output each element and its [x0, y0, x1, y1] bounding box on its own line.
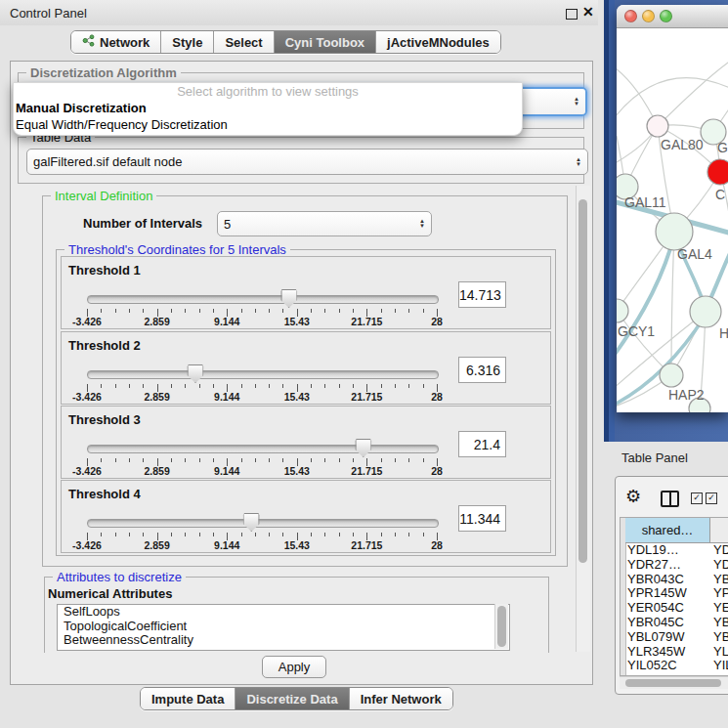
threshold-value-field[interactable]: 6.316 [458, 357, 506, 383]
checkbox-icon[interactable]: ✓ [691, 492, 703, 504]
table-cell[interactable]: YPR1 [713, 586, 728, 601]
tab-jactivemnodules[interactable]: jActiveMNodules [375, 31, 500, 53]
table-cell[interactable]: YBR043C [627, 573, 684, 587]
panel-vertical-scrollbar[interactable] [576, 186, 590, 652]
table-cell[interactable]: YLR3 [713, 645, 728, 660]
threshold-slider-4[interactable] [87, 513, 437, 533]
threshold-slider-3[interactable] [87, 439, 437, 458]
table-horizontal-scrollbar[interactable] [620, 676, 728, 689]
float-window-icon[interactable] [566, 9, 578, 20]
table-row[interactable]: YLR345WYLR3 [621, 645, 728, 660]
numerical-attributes-label: Numerical Attributes [48, 586, 172, 601]
table-row[interactable]: YBR043CYBR0 [621, 573, 728, 587]
network-edge[interactable] [671, 232, 674, 375]
threshold-value-field[interactable]: 11.344 [458, 505, 506, 532]
column-header-1[interactable]: shared… [625, 518, 710, 543]
network-edge[interactable] [658, 60, 728, 126]
table-cell[interactable]: YPR145W [627, 586, 687, 601]
table-cell[interactable]: YBR0 [713, 616, 728, 630]
apply-button[interactable]: Apply [262, 656, 326, 678]
slider-thumb[interactable] [355, 439, 371, 457]
table-row[interactable]: YBR045CYBR0 [621, 616, 728, 630]
tab-impute-data[interactable]: Impute Data [141, 688, 235, 709]
tab-style[interactable]: Style [160, 31, 213, 53]
network-node[interactable] [647, 115, 668, 137]
table-cell[interactable]: YIL0 [713, 659, 728, 673]
table-cell[interactable]: YDR27… [627, 558, 681, 573]
table-hscrollbar-thumb[interactable] [625, 679, 721, 687]
table-cell[interactable]: YIL052C [627, 659, 677, 673]
table-row[interactable]: YER054CYER0 [621, 601, 728, 616]
threshold-label: Threshold 1 [68, 263, 141, 278]
slider-thumb[interactable] [280, 289, 297, 308]
network-edge[interactable] [617, 78, 728, 121]
tab-infer-network[interactable]: Infer Network [349, 688, 452, 709]
column-header-2[interactable]: n… [710, 518, 728, 543]
checkbox-icon[interactable]: ✓ [706, 492, 717, 504]
table-row[interactable]: YBL079WYBL0 [621, 630, 728, 645]
list-item[interactable]: SelfLoops [58, 605, 509, 620]
attributes-list-scrollbar[interactable] [494, 604, 508, 649]
network-canvas[interactable]: GAL80GGAL11CGAL4GCY1HHAP2 [617, 28, 728, 412]
gear-icon[interactable]: ⚙ [625, 488, 641, 505]
slider-thumb[interactable] [187, 364, 203, 383]
table-cell[interactable]: YER054C [627, 601, 684, 616]
tick-mark [395, 458, 396, 462]
close-light[interactable] [624, 10, 637, 22]
tick-mark [213, 384, 214, 388]
list-item[interactable]: BetweennessCentrality [58, 633, 509, 648]
slider-track[interactable] [87, 295, 439, 304]
tick-mark [311, 533, 312, 536]
dropdown-option-equal-width[interactable]: Equal Width/Frequency Discretization [14, 116, 522, 133]
table-cell[interactable]: YBR0 [713, 573, 728, 587]
tab-select[interactable]: Select [213, 31, 273, 53]
minimize-light[interactable] [642, 10, 655, 22]
table-cell[interactable]: YDL1 [713, 543, 728, 558]
numerical-attributes-list[interactable]: SelfLoopsTopologicalCoefficientBetweenne… [57, 604, 510, 651]
tick-mark [171, 533, 172, 536]
tab-discretize-data[interactable]: Discretize Data [235, 688, 348, 709]
tick-mark [282, 384, 283, 388]
tab-network[interactable]: Network [71, 31, 160, 53]
tick-mark [423, 309, 424, 313]
slider-track[interactable] [87, 519, 439, 528]
zoom-light[interactable] [660, 10, 672, 22]
top-tab-bar: NetworkStyleSelectCyni ToolboxjActiveMNo… [70, 30, 501, 54]
slider-track[interactable] [87, 445, 439, 453]
table-data-combo[interactable]: galFiltered.sif default node ▲▼ [26, 149, 588, 175]
table-cell[interactable]: YBR045C [627, 616, 684, 630]
slider-track[interactable] [87, 370, 439, 379]
threshold-value-field[interactable]: 14.713 [458, 281, 506, 308]
table-row[interactable]: YDR27…YDR2 [621, 558, 728, 573]
panel-title: Control Panel [10, 6, 87, 21]
network-node[interactable] [660, 364, 683, 387]
threshold-slider-2[interactable] [87, 364, 437, 384]
table-cell[interactable]: YBL0 [713, 630, 728, 645]
dropdown-option-manual[interactable]: Manual Discretization [14, 100, 522, 116]
threshold-value-field[interactable]: 21.4 [458, 431, 506, 457]
network-node[interactable] [690, 296, 721, 327]
num-intervals-combo[interactable]: 5 ▲▼ [217, 211, 432, 236]
tick-mark [339, 384, 340, 388]
list-item[interactable]: TopologicalCoefficient [58, 620, 509, 634]
network-node[interactable] [707, 159, 728, 185]
tab-cyni-toolbox[interactable]: Cyni Toolbox [274, 31, 375, 53]
table-cell[interactable]: YBL079W [627, 630, 685, 645]
table-cell[interactable]: YDR2 [713, 558, 728, 573]
columns-icon[interactable] [661, 491, 679, 507]
panel-scrollbar-thumb[interactable] [578, 199, 587, 563]
table-row[interactable]: YPR145WYPR1 [621, 586, 728, 601]
table-row[interactable]: YDL19…YDL1 [621, 543, 728, 558]
close-icon[interactable]: ✕ [582, 4, 594, 20]
table-cell[interactable]: YDL19… [627, 543, 679, 558]
table-cell[interactable]: YER0 [713, 601, 728, 616]
network-node[interactable] [656, 213, 693, 250]
table-cell[interactable]: YLR345W [627, 645, 685, 660]
threshold-slider-1[interactable] [87, 289, 437, 309]
attributes-scrollbar-thumb[interactable] [497, 606, 506, 647]
tick-mark [408, 384, 409, 388]
slider-thumb[interactable] [243, 513, 260, 532]
table-row[interactable]: YIL052CYIL0 [621, 659, 728, 673]
network-node[interactable] [617, 299, 628, 322]
network-window-titlebar[interactable] [617, 5, 728, 28]
